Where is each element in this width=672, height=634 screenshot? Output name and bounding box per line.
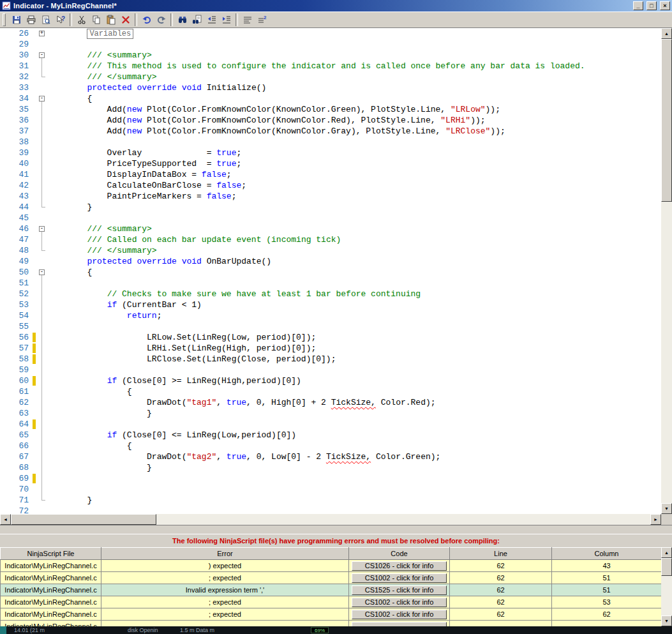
column-header-line[interactable]: Line	[450, 548, 552, 560]
code-line-58[interactable]: 58 LRClose.Set(LinReg(Close, period)[0])…	[0, 354, 661, 365]
code-line-67[interactable]: 67 DrawDot("tag2", true, 0, Low[0] - 2 T…	[0, 451, 661, 462]
uncomment-selection-button[interactable]: 2	[255, 13, 269, 27]
code-line-36[interactable]: 36 Add(new Plot(Color.FromKnownColor(Kno…	[0, 115, 661, 126]
panel-splitter[interactable]	[0, 525, 672, 534]
error-scroll-thumb[interactable]	[661, 558, 672, 576]
error-code-button[interactable]: CS1525 - click for info	[352, 585, 447, 595]
error-row[interactable]: Indicator\MyLinRegChannel.c	[1, 621, 662, 627]
code-line-30[interactable]: 30- /// <summary>	[0, 50, 661, 61]
code-line-26[interactable]: 26+ Variables	[0, 28, 661, 39]
code-line-72[interactable]: 72	[0, 506, 661, 514]
toolbar-grip[interactable]	[3, 13, 6, 26]
undo-button[interactable]	[139, 13, 154, 27]
code-line-66[interactable]: 66 {	[0, 441, 661, 451]
editor-horizontal-scrollbar[interactable]: ◄ ►	[0, 514, 661, 525]
code-line-69[interactable]: 69	[0, 473, 661, 484]
code-line-63[interactable]: 63 }	[0, 408, 661, 419]
redo-button[interactable]	[154, 13, 168, 27]
error-scroll-up-icon[interactable]: ▲	[661, 547, 672, 558]
code-line-65[interactable]: 65 if (Close[0] <= LinReg(Low,period)[0]…	[0, 430, 661, 441]
code-line-64[interactable]: 64	[0, 419, 661, 430]
code-line-40[interactable]: 40 PriceTypeSupported = true;	[0, 158, 661, 169]
code-viewport[interactable]: 26+ Variables2930- /// <summary>31 /// T…	[0, 28, 661, 514]
code-line-57[interactable]: 57 LRHi.Set(LinReg(High, period)[0]);	[0, 343, 661, 354]
error-panel-scrollbar[interactable]: ▲ ▼	[661, 547, 672, 626]
code-line-50[interactable]: 50- {	[0, 267, 661, 278]
increase-indent-button[interactable]	[219, 13, 234, 27]
fold-toggle-icon[interactable]: -	[37, 50, 47, 61]
code-line-37[interactable]: 37 Add(new Plot(Color.FromKnownColor(Kno…	[0, 126, 661, 137]
code-line-46[interactable]: 46- /// <summary>	[0, 223, 661, 234]
fold-toggle-icon[interactable]: -	[37, 223, 47, 234]
code-line-38[interactable]: 38	[0, 137, 661, 147]
column-header-error[interactable]: Error	[101, 548, 349, 560]
code-line-42[interactable]: 42 CalculateOnBarClose = false;	[0, 180, 661, 191]
scroll-down-icon[interactable]: ▼	[661, 503, 672, 514]
delete-button[interactable]	[118, 13, 133, 27]
code-line-60[interactable]: 60 if (Close[0] >= LinReg(High,period)[0…	[0, 375, 661, 386]
code-line-70[interactable]: 70	[0, 484, 661, 495]
code-line-61[interactable]: 61 {	[0, 386, 661, 397]
code-line-29[interactable]: 29	[0, 39, 661, 50]
code-line-51[interactable]: 51	[0, 278, 661, 289]
code-line-71[interactable]: 71 }	[0, 495, 661, 506]
error-code-button[interactable]: CS1002 - click for info	[352, 598, 447, 607]
code-line-47[interactable]: 47 /// Called on each bar update event (…	[0, 234, 661, 245]
scroll-up-icon[interactable]: ▲	[661, 28, 672, 39]
copy-button[interactable]	[89, 13, 103, 27]
error-row[interactable]: Indicator\MyLinRegChannel.c; expectedCS1…	[1, 608, 662, 621]
code-line-39[interactable]: 39 Overlay = true;	[0, 147, 661, 158]
context-help-button[interactable]: ?	[53, 13, 68, 27]
print-preview-button[interactable]	[38, 13, 53, 27]
fold-toggle-icon[interactable]: -	[37, 93, 47, 104]
code-line-44[interactable]: 44 }	[0, 202, 661, 213]
minimize-button[interactable]: _	[633, 1, 643, 10]
code-line-54[interactable]: 54 return;	[0, 310, 661, 321]
decrease-indent-button[interactable]	[204, 13, 219, 27]
error-row[interactable]: Indicator\MyLinRegChannel.c) expectedCS1…	[1, 560, 662, 572]
code-line-56[interactable]: 56 LRLow.Set(LinReg(Low, period)[0]);	[0, 332, 661, 343]
scroll-right-icon[interactable]: ►	[650, 514, 661, 525]
code-line-68[interactable]: 68 }	[0, 462, 661, 473]
code-line-31[interactable]: 31 /// This method is used to configure …	[0, 61, 661, 72]
code-line-32[interactable]: 32 /// </summary>	[0, 72, 661, 82]
vertical-scroll-thumb[interactable]	[661, 39, 672, 202]
error-scroll-down-icon[interactable]: ▼	[661, 615, 672, 626]
paste-button[interactable]	[103, 13, 118, 27]
code-line-43[interactable]: 43 PaintPriceMarkers = false;	[0, 191, 661, 202]
code-line-62[interactable]: 62 DrawDot("tag1", true, 0, High[0] + 2 …	[0, 397, 661, 408]
print-button[interactable]	[24, 13, 38, 27]
code-line-53[interactable]: 53 if (CurrentBar < 1)	[0, 299, 661, 310]
code-line-49[interactable]: 49 protected override void OnBarUpdate()	[0, 256, 661, 267]
find-in-files-button[interactable]	[190, 13, 204, 27]
close-button[interactable]: ×	[660, 1, 670, 10]
code-line-45[interactable]: 45	[0, 213, 661, 223]
maximize-button[interactable]: □	[646, 1, 657, 10]
scroll-left-icon[interactable]: ◄	[0, 514, 11, 525]
error-row[interactable]: Indicator\MyLinRegChannel.c; expectedCS1…	[1, 572, 662, 584]
code-line-34[interactable]: 34- {	[0, 93, 661, 104]
cut-button[interactable]	[74, 13, 89, 27]
error-row[interactable]: Indicator\MyLinRegChannel.c; expectedCS1…	[1, 596, 662, 608]
column-header-ninjascript-file[interactable]: NinjaScript File	[1, 548, 101, 560]
code-line-41[interactable]: 41 DisplayInDataBox = false;	[0, 169, 661, 180]
code-line-35[interactable]: 35 Add(new Plot(Color.FromKnownColor(Kno…	[0, 104, 661, 115]
comment-selection-button[interactable]	[240, 13, 255, 27]
column-header-column[interactable]: Column	[552, 548, 662, 560]
error-code-button[interactable]	[352, 622, 447, 627]
editor-vertical-scrollbar[interactable]: ▲ ▼	[661, 28, 672, 514]
code-line-55[interactable]: 55	[0, 321, 661, 332]
find-button[interactable]	[175, 13, 190, 27]
error-code-button[interactable]: CS1002 - click for info	[352, 610, 447, 619]
fold-toggle-icon[interactable]: -	[37, 267, 47, 278]
error-code-button[interactable]: CS1002 - click for info	[352, 573, 447, 583]
code-line-59[interactable]: 59	[0, 365, 661, 375]
collapsed-region-box[interactable]: Variables	[87, 29, 133, 39]
horizontal-scroll-thumb[interactable]	[11, 514, 156, 525]
code-line-33[interactable]: 33 protected override void Initialize()	[0, 82, 661, 93]
save-button[interactable]	[9, 13, 24, 27]
error-code-button[interactable]: CS1026 - click for info	[352, 561, 447, 571]
column-header-code[interactable]: Code	[349, 548, 450, 560]
code-line-52[interactable]: 52 // Checks to make sure we have at lea…	[0, 289, 661, 299]
fold-toggle-icon[interactable]: +	[37, 28, 47, 39]
